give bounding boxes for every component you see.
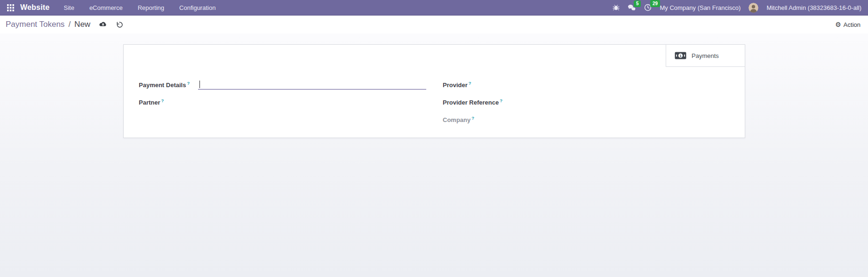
activities-badge: 29	[650, 0, 660, 7]
money-bill-icon: 1	[675, 52, 686, 59]
apps-grid-icon[interactable]	[4, 1, 17, 14]
menu-reporting[interactable]: Reporting	[138, 3, 164, 12]
company-help-icon: ?	[471, 115, 474, 121]
breadcrumb-separator: /	[68, 20, 71, 29]
company-switcher[interactable]: My Company (San Francisco)	[660, 4, 741, 11]
payment-details-label: Payment Details?	[139, 80, 198, 89]
save-cloud-icon[interactable]	[99, 21, 107, 28]
top-navbar: Website Site eCommerce Reporting Configu…	[0, 0, 868, 16]
partner-help-icon: ?	[161, 98, 164, 103]
company-row: Company?	[443, 114, 730, 132]
breadcrumb-current: New	[74, 20, 90, 29]
form-view-background: 1 Payments Payment Details? Partner?	[0, 33, 868, 277]
provider-reference-help-icon: ?	[500, 98, 502, 103]
action-button-label: Action	[844, 21, 860, 28]
user-avatar[interactable]	[749, 3, 758, 13]
bug-icon[interactable]	[613, 4, 620, 11]
messages-badge: 5	[634, 0, 641, 8]
menu-ecommerce[interactable]: eCommerce	[89, 3, 123, 12]
provider-help-icon: ?	[469, 81, 471, 86]
form-sheet: 1 Payments Payment Details? Partner?	[123, 44, 745, 138]
systray: 5 29 My Company (San Francisco) Mitchell…	[613, 3, 861, 13]
gear-icon: ⚙	[835, 21, 841, 28]
payment-details-input[interactable]	[198, 80, 426, 90]
text-cursor	[199, 81, 200, 88]
activities-clock-icon[interactable]: 29	[644, 4, 652, 11]
company-label: Company?	[443, 114, 513, 123]
provider-label: Provider?	[443, 80, 513, 89]
breadcrumb: Payment Tokens / New	[6, 20, 90, 29]
discard-undo-icon[interactable]	[116, 21, 123, 28]
payments-stat-button[interactable]: 1 Payments	[666, 45, 745, 67]
partner-label: Partner?	[139, 97, 198, 106]
messages-icon[interactable]: 5	[628, 4, 636, 11]
app-name[interactable]: Website	[20, 3, 49, 12]
menu-configuration[interactable]: Configuration	[179, 3, 215, 12]
svg-text:1: 1	[679, 54, 682, 58]
payments-stat-label: Payments	[692, 52, 719, 59]
payment-details-row: Payment Details?	[139, 80, 434, 97]
action-button[interactable]: ⚙ Action	[835, 21, 860, 28]
provider-reference-row: Provider Reference?	[443, 97, 730, 114]
menu-site[interactable]: Site	[64, 3, 74, 12]
provider-reference-label: Provider Reference?	[443, 97, 513, 106]
main-menu: Site eCommerce Reporting Configuration	[64, 3, 215, 12]
breadcrumb-payment-tokens[interactable]: Payment Tokens	[6, 20, 64, 29]
form-fields: Payment Details? Partner? Provider?	[124, 45, 745, 132]
partner-row: Partner?	[139, 97, 434, 114]
payment-details-help-icon: ?	[187, 81, 190, 86]
provider-row: Provider?	[443, 80, 730, 97]
control-panel: Payment Tokens / New ⚙ Action	[0, 16, 868, 33]
user-menu[interactable]: Mitchell Admin (38323683-16-0-all)	[766, 4, 861, 11]
